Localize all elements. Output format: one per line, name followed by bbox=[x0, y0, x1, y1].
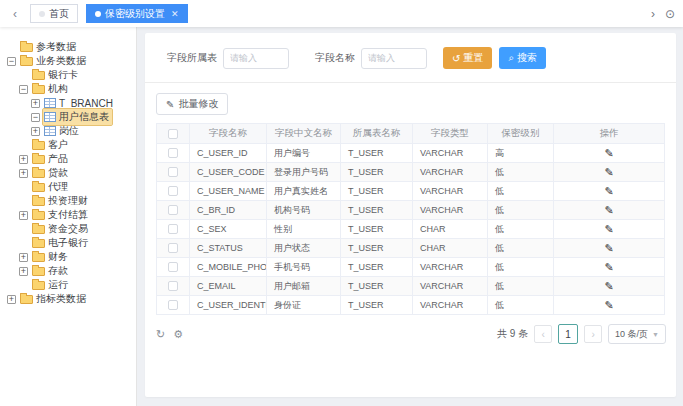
expand-toggle-icon[interactable]: + bbox=[19, 253, 28, 262]
row-checkbox[interactable] bbox=[168, 262, 178, 272]
tree-item[interactable]: 客户 bbox=[0, 138, 136, 152]
prev-page-button[interactable]: ‹ bbox=[534, 325, 552, 343]
edit-pencil-icon[interactable]: ✎ bbox=[604, 223, 613, 235]
folder-icon bbox=[32, 141, 45, 150]
expand-toggle-icon[interactable]: + bbox=[31, 127, 40, 136]
tree-indent-spacer bbox=[19, 281, 31, 290]
row-checkbox[interactable] bbox=[168, 300, 178, 310]
tree-item[interactable]: +产品 bbox=[0, 152, 136, 166]
table-cell: 机构号码 bbox=[267, 201, 341, 220]
tree-item[interactable]: −用户信息表 bbox=[0, 110, 136, 124]
page-size-select[interactable]: 10 条/页 ▼ bbox=[608, 324, 666, 344]
tree-item[interactable]: 银行卡 bbox=[0, 68, 136, 82]
tree-indent-spacer bbox=[19, 71, 31, 80]
chevron-left-icon[interactable]: ‹ bbox=[8, 7, 22, 21]
tree-node: 机构 bbox=[31, 81, 71, 97]
tab-home-label: 首页 bbox=[49, 7, 69, 21]
expand-toggle-icon[interactable]: + bbox=[19, 155, 28, 164]
edit-pencil-icon[interactable]: ✎ bbox=[604, 299, 613, 311]
expand-toggle-icon[interactable]: + bbox=[19, 169, 28, 178]
row-checkbox[interactable] bbox=[168, 186, 178, 196]
tree-item[interactable]: −业务类数据 bbox=[0, 54, 136, 68]
column-settings-icon[interactable]: ⚙ bbox=[173, 328, 183, 341]
folder-icon bbox=[32, 225, 45, 234]
edit-pencil-icon[interactable]: ✎ bbox=[604, 242, 613, 254]
row-checkbox[interactable] bbox=[168, 243, 178, 253]
edit-pencil-icon[interactable]: ✎ bbox=[604, 280, 613, 292]
collapse-toggle-icon[interactable]: − bbox=[19, 85, 28, 94]
collapse-toggle-icon[interactable]: − bbox=[31, 113, 40, 122]
tab-home[interactable]: 首页 bbox=[30, 4, 78, 23]
tree-node: T_BRANCH bbox=[43, 97, 116, 110]
table-cell: 性别 bbox=[267, 220, 341, 239]
tree-item[interactable]: +财务 bbox=[0, 250, 136, 264]
folder-icon bbox=[32, 267, 45, 276]
tree-item[interactable]: +T_BRANCH bbox=[0, 96, 136, 110]
tree-item[interactable]: 电子银行 bbox=[0, 236, 136, 250]
next-page-button[interactable]: › bbox=[584, 325, 602, 343]
circle-dot-icon[interactable]: ⊙ bbox=[665, 7, 675, 21]
row-checkbox[interactable] bbox=[168, 281, 178, 291]
edit-pencil-icon[interactable]: ✎ bbox=[604, 185, 613, 197]
tree-item[interactable]: +岗位 bbox=[0, 124, 136, 138]
expand-toggle-icon[interactable]: + bbox=[31, 99, 40, 108]
expand-toggle-icon[interactable]: + bbox=[7, 295, 16, 304]
expand-toggle-icon[interactable]: + bbox=[19, 211, 28, 220]
collapse-toggle-icon[interactable]: − bbox=[7, 57, 16, 66]
tree-item-label: 客户 bbox=[48, 138, 68, 152]
field-name-input[interactable] bbox=[361, 48, 427, 69]
field-table-input[interactable] bbox=[223, 48, 289, 69]
table-cell: VARCHAR bbox=[413, 201, 488, 220]
tree-item[interactable]: +支付结算 bbox=[0, 208, 136, 222]
tree-item[interactable]: 资金交易 bbox=[0, 222, 136, 236]
table-row: C_USER_ID用户编号T_USERVARCHAR高✎ bbox=[157, 144, 665, 163]
row-select-cell bbox=[157, 220, 190, 239]
reset-button[interactable]: ↺ 重置 bbox=[443, 47, 492, 69]
tree-item[interactable]: +指标类数据 bbox=[0, 292, 136, 306]
edit-pencil-icon[interactable]: ✎ bbox=[604, 166, 613, 178]
tree-item[interactable]: −机构 bbox=[0, 82, 136, 96]
row-checkbox[interactable] bbox=[168, 167, 178, 177]
table-cell: C_EMAIL bbox=[190, 277, 267, 296]
edit-pencil-icon[interactable]: ✎ bbox=[604, 204, 613, 216]
table-cell: 低 bbox=[488, 182, 554, 201]
edit-pencil-icon[interactable]: ✎ bbox=[604, 147, 613, 159]
edit-pencil-icon[interactable]: ✎ bbox=[604, 261, 613, 273]
row-select-cell bbox=[157, 239, 190, 258]
tree-item[interactable]: +存款 bbox=[0, 264, 136, 278]
fields-table: 字段名称字段中文名称所属表名称字段类型保密级别操作 C_USER_ID用户编号T… bbox=[156, 123, 665, 315]
tree-item[interactable]: 运行 bbox=[0, 278, 136, 292]
tab-secrecy-level-settings[interactable]: 保密级别设置 ✕ bbox=[86, 4, 188, 23]
current-page-button[interactable]: 1 bbox=[558, 324, 578, 344]
table-cell: VARCHAR bbox=[413, 163, 488, 182]
row-checkbox[interactable] bbox=[168, 205, 178, 215]
table-cell: 低 bbox=[488, 258, 554, 277]
tree-item[interactable]: 投资理财 bbox=[0, 194, 136, 208]
table-header-row: 字段名称字段中文名称所属表名称字段类型保密级别操作 bbox=[157, 124, 665, 144]
table-cell: C_BR_ID bbox=[190, 201, 267, 220]
row-actions-cell: ✎ bbox=[554, 163, 665, 182]
batch-edit-button[interactable]: ✎ 批量修改 bbox=[156, 93, 228, 115]
select-all-checkbox[interactable] bbox=[168, 129, 178, 139]
tree-item-label: 支付结算 bbox=[48, 208, 88, 222]
chevron-right-icon[interactable]: › bbox=[651, 7, 655, 21]
row-checkbox[interactable] bbox=[168, 224, 178, 234]
refresh-icon[interactable]: ↻ bbox=[156, 328, 165, 341]
row-actions-cell: ✎ bbox=[554, 220, 665, 239]
table-cell: 身份证 bbox=[267, 296, 341, 315]
tree-item[interactable]: +贷款 bbox=[0, 166, 136, 180]
tree-item[interactable]: 代理 bbox=[0, 180, 136, 194]
tree-item[interactable]: 参考数据 bbox=[0, 40, 136, 54]
table-row: C_STATUS用户状态T_USERCHAR低✎ bbox=[157, 239, 665, 258]
close-icon[interactable]: ✕ bbox=[171, 9, 179, 19]
tree-item-label: 银行卡 bbox=[48, 68, 78, 82]
table-cell: C_MOBILE_PHONE bbox=[190, 258, 267, 277]
row-checkbox[interactable] bbox=[168, 148, 178, 158]
tree-indent-spacer bbox=[7, 43, 19, 52]
tree-item-label: 代理 bbox=[48, 180, 68, 194]
search-button[interactable]: ⌕ 搜索 bbox=[499, 47, 546, 69]
tree-item-label: 财务 bbox=[48, 250, 68, 264]
column-header: 字段名称 bbox=[190, 124, 267, 144]
table-cell: 登录用户号码 bbox=[267, 163, 341, 182]
expand-toggle-icon[interactable]: + bbox=[19, 267, 28, 276]
